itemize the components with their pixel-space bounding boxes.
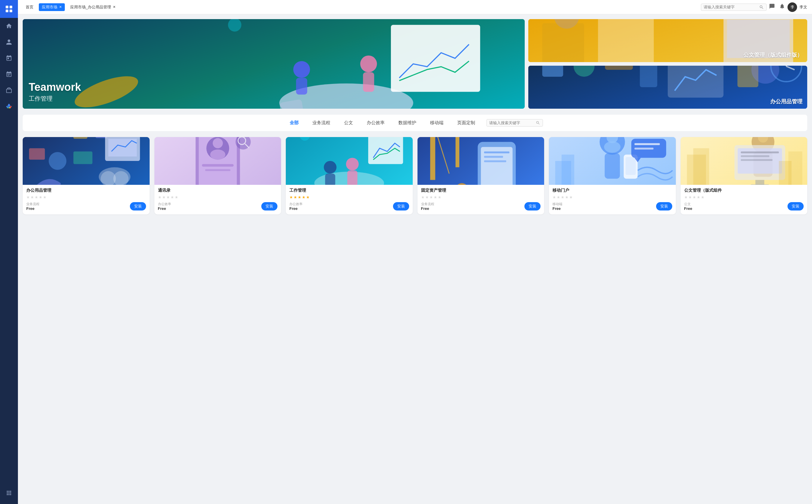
- star-2: ★: [557, 195, 560, 199]
- app-title-doc-component: 公文管理（版式组件: [684, 188, 804, 193]
- app-card-mobile-portal[interactable]: 移动门户 ★ ★ ★ ★ ★ 移动端 Free 安装: [549, 137, 676, 214]
- main-area: 首页 应用市场 ✕ 应用市场_办公用品管理 ✕: [18, 0, 812, 504]
- nav-office-supplies-close[interactable]: ✕: [113, 5, 116, 9]
- star-5: ★: [175, 195, 178, 199]
- user-icon: [6, 39, 12, 45]
- app-card-image-office-supplies: [23, 137, 150, 185]
- app-stars-doc-component: ★ ★ ★ ★ ★: [684, 195, 804, 199]
- filter-tab-doc[interactable]: 公文: [342, 119, 355, 127]
- app-title-asset-mgmt: 固定资产管理: [421, 188, 541, 193]
- filter-section: 全部 业务流程 公文 办公效率 数据维护 移动端 页面定制: [23, 115, 807, 131]
- nav-home[interactable]: 首页: [23, 3, 36, 11]
- user-name[interactable]: 李文: [799, 4, 807, 10]
- svg-point-62: [324, 161, 336, 173]
- install-button-asset-mgmt[interactable]: 安装: [524, 202, 541, 210]
- app-price-asset-mgmt: Free: [421, 206, 434, 211]
- notification-icon[interactable]: [779, 3, 785, 11]
- app-category-contacts: 办公效率: [158, 202, 171, 206]
- filter-search-box[interactable]: [486, 119, 543, 127]
- app-footer-task-mgmt: 办公效率 Free 安装: [289, 202, 409, 211]
- sidebar-logo[interactable]: [0, 0, 18, 18]
- app-stars-asset-mgmt: ★ ★ ★ ★ ★: [421, 195, 541, 199]
- app-title-office-supplies: 办公用品管理: [26, 188, 146, 193]
- star-4: ★: [302, 195, 306, 199]
- banner-teamwork-title: Teamwork: [29, 81, 519, 93]
- install-button-office-supplies[interactable]: 安装: [130, 202, 146, 210]
- star-3: ★: [35, 195, 38, 199]
- nav-appmarket[interactable]: 应用市场 ✕: [39, 3, 65, 11]
- topbar-search-input[interactable]: [704, 5, 757, 9]
- star-4: ★: [171, 195, 174, 199]
- banner-office-supplies[interactable]: 办公用品管理: [528, 66, 807, 109]
- message-icon[interactable]: [769, 3, 775, 11]
- app-card-office-supplies[interactable]: 办公用品管理 ★ ★ ★ ★ ★ 业务流程 Free 安装: [23, 137, 150, 214]
- briefcase-icon: [6, 87, 12, 94]
- banner-doc-mgmt[interactable]: 公文管理（版式组件版）: [528, 19, 807, 62]
- banner-main-content: Teamwork 工作管理: [23, 19, 525, 109]
- install-button-contacts[interactable]: 安装: [261, 202, 277, 210]
- app-meta-office-supplies: 业务流程 Free: [26, 202, 39, 211]
- install-button-mobile-portal[interactable]: 安装: [656, 202, 672, 210]
- install-button-doc-component[interactable]: 安装: [788, 202, 804, 210]
- app-card-contacts[interactable]: 通讯录 ★ ★ ★ ★ ★ 办公效率 Free 安装: [154, 137, 281, 214]
- filter-tab-mobile[interactable]: 移动端: [428, 119, 446, 127]
- topbar-search-box[interactable]: [701, 4, 767, 11]
- star-3: ★: [561, 195, 564, 199]
- sidebar-item-home[interactable]: [0, 18, 18, 34]
- filter-tab-all[interactable]: 全部: [287, 119, 301, 127]
- app-card-image-mobile-portal: [549, 137, 676, 185]
- app-card-image-contacts: [154, 137, 281, 185]
- app-card-task-mgmt[interactable]: Teamwork: [286, 137, 413, 214]
- app-card-body-mobile-portal: 移动门户 ★ ★ ★ ★ ★ 移动端 Free 安装: [549, 185, 676, 214]
- apps-icon: [6, 490, 12, 496]
- svg-rect-2: [6, 10, 8, 12]
- sidebar-item-drive[interactable]: [0, 99, 18, 115]
- svg-point-52: [210, 150, 225, 160]
- nav-appmarket-close[interactable]: ✕: [59, 5, 62, 9]
- svg-rect-103: [741, 151, 779, 153]
- star-5: ★: [306, 195, 310, 199]
- filter-tab-efficiency[interactable]: 办公效率: [364, 119, 387, 127]
- filter-tab-page[interactable]: 页面定制: [455, 119, 478, 127]
- app-card-body-asset-mgmt: 固定资产管理 ★ ★ ★ ★ ★ 业务流程 Free 安装: [417, 185, 544, 214]
- svg-rect-90: [626, 157, 636, 175]
- sidebar-item-briefcase[interactable]: [0, 82, 18, 99]
- app-card-body-office-supplies: 办公用品管理 ★ ★ ★ ★ ★ 业务流程 Free 安装: [23, 185, 150, 214]
- app-card-asset-mgmt[interactable]: 固定资产管理 ★ ★ ★ ★ ★ 业务流程 Free 安装: [417, 137, 544, 214]
- svg-rect-78: [484, 160, 506, 162]
- star-5: ★: [569, 195, 573, 199]
- svg-rect-37: [73, 137, 88, 139]
- svg-rect-109: [693, 148, 709, 185]
- user-avatar[interactable]: 李: [788, 2, 797, 12]
- svg-rect-3: [10, 10, 12, 12]
- svg-rect-54: [205, 169, 230, 171]
- star-2: ★: [294, 195, 297, 199]
- drive-icon: [6, 103, 12, 110]
- sidebar-item-calendar-month[interactable]: [0, 50, 18, 66]
- svg-rect-1: [10, 6, 12, 8]
- topbar-icons: [769, 3, 785, 11]
- filter-search-input[interactable]: [489, 121, 534, 125]
- star-1: ★: [684, 195, 688, 199]
- svg-point-51: [213, 138, 223, 148]
- sidebar-more-button[interactable]: [0, 485, 18, 501]
- calendar-month-icon: [6, 55, 12, 62]
- nav-office-supplies[interactable]: 应用市场_办公用品管理 ✕: [67, 3, 119, 11]
- svg-rect-104: [741, 155, 769, 157]
- app-category-mobile-portal: 移动端: [552, 202, 562, 206]
- star-4: ★: [39, 195, 42, 199]
- sidebar-item-user[interactable]: [0, 34, 18, 50]
- star-5: ★: [438, 195, 441, 199]
- filter-tab-workflow[interactable]: 业务流程: [310, 119, 333, 127]
- filter-tab-data[interactable]: 数据维护: [396, 119, 419, 127]
- sidebar-item-calendar-day[interactable]: [0, 66, 18, 82]
- app-stars-contacts: ★ ★ ★ ★ ★: [158, 195, 278, 199]
- install-button-task-mgmt[interactable]: 安装: [393, 202, 409, 210]
- app-price-contacts: Free: [158, 206, 171, 211]
- app-stars-office-supplies: ★ ★ ★ ★ ★: [26, 195, 146, 199]
- app-card-doc-component[interactable]: 公文管理（版式组件 ★ ★ ★ ★ ★ 公文 Free 安装: [681, 137, 808, 214]
- app-title-mobile-portal: 移动门户: [552, 188, 672, 193]
- nav-office-supplies-label: 应用市场_办公用品管理: [70, 4, 111, 10]
- banner-main-teamwork[interactable]: Teamwork 工作管理: [23, 19, 525, 109]
- star-5: ★: [701, 195, 704, 199]
